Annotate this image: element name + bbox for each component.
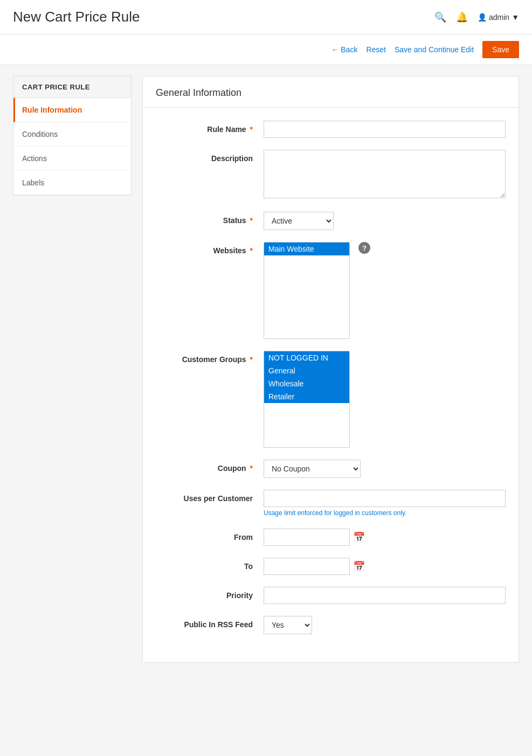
admin-label: admin xyxy=(489,13,509,22)
uses-hint-text: Usage limit enforced for logged in custo… xyxy=(264,509,506,517)
uses-per-customer-row: Uses per Customer Usage limit enforced f… xyxy=(156,490,506,517)
main-content: General Information Rule Name * Descript… xyxy=(142,76,519,663)
to-date-wrap: 📅 xyxy=(264,558,506,575)
sidebar-item-labels[interactable]: Labels xyxy=(13,171,131,195)
form-body: Rule Name * Description Status xyxy=(143,121,519,634)
from-date-input[interactable] xyxy=(264,529,350,546)
description-row: Description xyxy=(156,150,506,200)
customer-groups-field: NOT LOGGED IN General Wholesale Retailer xyxy=(264,351,506,448)
admin-user-menu[interactable]: 👤 admin ▼ xyxy=(478,13,519,22)
priority-row: Priority xyxy=(156,587,506,604)
customer-groups-listbox[interactable]: NOT LOGGED IN General Wholesale Retailer xyxy=(264,351,350,448)
page-header: New Cart Price Rule 🔍 🔔 👤 admin ▼ xyxy=(0,0,532,34)
from-label: From xyxy=(156,529,264,542)
description-label: Description xyxy=(156,150,264,163)
rule-name-required: * xyxy=(250,125,253,134)
to-label: To xyxy=(156,558,264,571)
chevron-down-icon: ▼ xyxy=(512,13,519,22)
coupon-select[interactable]: No Coupon Specific Coupon Auto Generated xyxy=(264,460,361,478)
rss-feed-field: Yes No xyxy=(264,616,506,634)
websites-field: Main Website ? xyxy=(264,242,506,339)
page-content: CART PRICE RULE Rule Information Conditi… xyxy=(0,76,532,684)
status-row: Status * Active Inactive xyxy=(156,212,506,230)
customer-groups-row: Customer Groups * NOT LOGGED IN General … xyxy=(156,351,506,448)
rule-name-field xyxy=(264,121,506,138)
search-icon[interactable]: 🔍 xyxy=(434,11,446,23)
description-field xyxy=(264,150,506,200)
from-date-wrap: 📅 xyxy=(264,529,506,546)
coupon-row: Coupon * No Coupon Specific Coupon Auto … xyxy=(156,460,506,478)
customer-groups-label: Customer Groups * xyxy=(156,351,264,364)
toolbar: ← Back Reset Save and Continue Edit Save xyxy=(0,34,532,65)
priority-label: Priority xyxy=(156,587,264,600)
coupon-label: Coupon * xyxy=(156,460,264,473)
from-row: From 📅 xyxy=(156,529,506,546)
rule-name-input[interactable] xyxy=(264,121,506,138)
sidebar-header: CART PRICE RULE xyxy=(13,77,131,98)
websites-help-icon[interactable]: ? xyxy=(358,242,370,254)
back-button[interactable]: ← Back xyxy=(331,45,357,54)
websites-row-inner: Main Website ? xyxy=(264,242,506,339)
header-actions: 🔍 🔔 👤 admin ▼ xyxy=(434,11,519,23)
to-row: To 📅 xyxy=(156,558,506,575)
rule-name-label: Rule Name * xyxy=(156,121,264,134)
status-required: * xyxy=(250,216,253,225)
bell-icon[interactable]: 🔔 xyxy=(456,11,468,23)
to-date-input[interactable] xyxy=(264,558,350,575)
websites-row: Websites * Main Website ? xyxy=(156,242,506,339)
from-field: 📅 xyxy=(264,529,506,546)
to-calendar-icon[interactable]: 📅 xyxy=(353,560,365,572)
customer-groups-required: * xyxy=(250,355,253,364)
sidebar-item-actions[interactable]: Actions xyxy=(13,147,131,171)
priority-field xyxy=(264,587,506,604)
uses-per-customer-label: Uses per Customer xyxy=(156,490,264,503)
user-icon: 👤 xyxy=(478,13,487,22)
to-field: 📅 xyxy=(264,558,506,575)
status-field: Active Inactive xyxy=(264,212,506,230)
coupon-field: No Coupon Specific Coupon Auto Generated xyxy=(264,460,506,478)
save-continue-button[interactable]: Save and Continue Edit xyxy=(395,45,474,54)
from-calendar-icon[interactable]: 📅 xyxy=(353,531,365,543)
section-title: General Information xyxy=(143,77,519,108)
rule-name-row: Rule Name * xyxy=(156,121,506,138)
page-title: New Cart Price Rule xyxy=(13,9,140,25)
status-label: Status * xyxy=(156,212,264,225)
priority-input[interactable] xyxy=(264,587,506,604)
sidebar-item-conditions[interactable]: Conditions xyxy=(13,122,131,147)
uses-per-customer-field: Usage limit enforced for logged in custo… xyxy=(264,490,506,517)
uses-per-customer-input[interactable] xyxy=(264,490,506,507)
rss-feed-label: Public In RSS Feed xyxy=(156,616,264,629)
sidebar: CART PRICE RULE Rule Information Conditi… xyxy=(13,76,132,196)
reset-button[interactable]: Reset xyxy=(366,45,386,54)
rss-feed-select[interactable]: Yes No xyxy=(264,616,312,634)
coupon-required: * xyxy=(250,464,253,473)
sidebar-item-rule-information[interactable]: Rule Information xyxy=(13,98,131,122)
websites-required: * xyxy=(250,246,253,255)
description-input[interactable] xyxy=(264,150,506,198)
rss-feed-row: Public In RSS Feed Yes No xyxy=(156,616,506,634)
websites-label: Websites * xyxy=(156,242,264,255)
status-select[interactable]: Active Inactive xyxy=(264,212,334,230)
save-button[interactable]: Save xyxy=(482,41,519,58)
websites-listbox[interactable]: Main Website xyxy=(264,242,350,339)
